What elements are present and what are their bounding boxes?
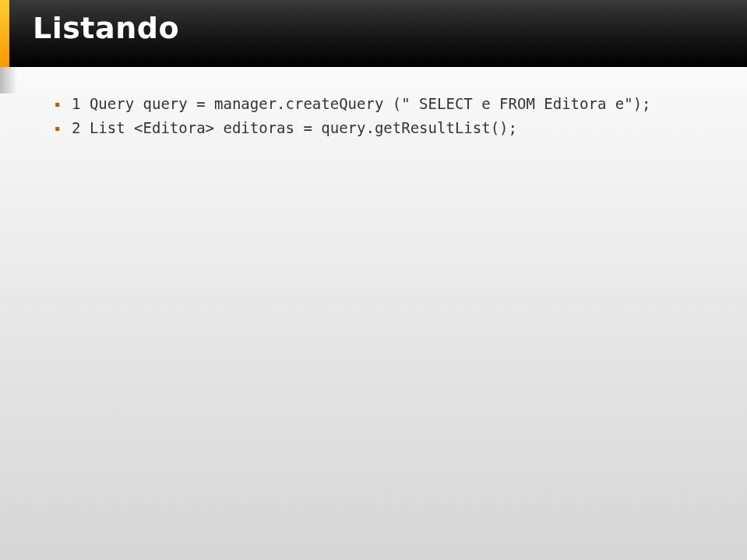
- slide-content: 1 Query query = manager.createQuery (" S…: [0, 67, 747, 141]
- slide-title: Listando: [33, 11, 179, 45]
- slide-header: Listando: [0, 0, 747, 67]
- code-line: 2 List <Editora> editoras = query.getRes…: [55, 116, 710, 140]
- accent-bar: [0, 0, 9, 67]
- code-line: 1 Query query = manager.createQuery (" S…: [55, 92, 710, 116]
